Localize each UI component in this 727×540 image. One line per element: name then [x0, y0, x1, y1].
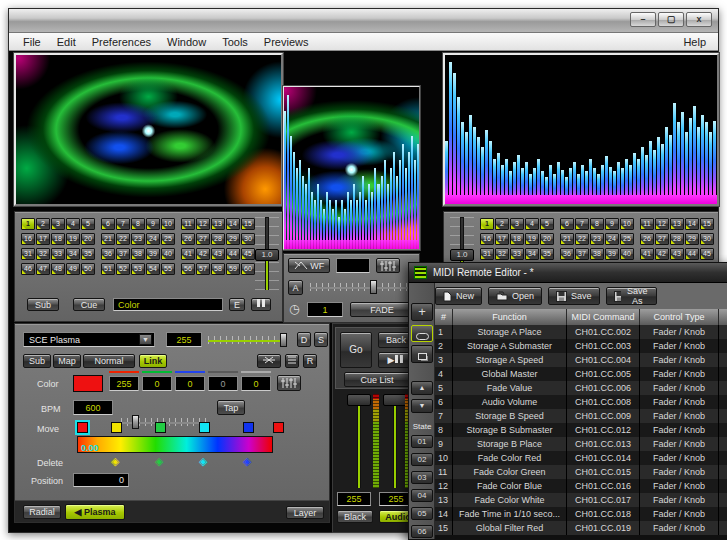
storage-button-6[interactable]: 6: [560, 218, 574, 230]
tab-radial[interactable]: Radial: [23, 505, 61, 519]
storage-button-7[interactable]: 7: [575, 218, 589, 230]
storage-button-56[interactable]: 56: [181, 263, 195, 275]
storage-button-33[interactable]: 33: [510, 248, 524, 260]
storage-button-39[interactable]: 39: [146, 248, 160, 260]
r-button[interactable]: R: [303, 354, 317, 368]
storage-button-1[interactable]: 1: [480, 218, 494, 230]
save-as-button[interactable]: Save As: [606, 287, 658, 305]
move-swatch-5[interactable]: [273, 422, 284, 433]
column-header-midicommand[interactable]: MIDI Command: [567, 309, 640, 325]
storage-button-59[interactable]: 59: [226, 263, 240, 275]
autofade-button[interactable]: A: [288, 280, 303, 295]
state-button-02[interactable]: 02: [411, 453, 433, 466]
storage-button-34[interactable]: 34: [525, 248, 539, 260]
tab-map[interactable]: Map: [53, 354, 81, 368]
move-up-button[interactable]: ▲: [411, 381, 433, 395]
storage-button-9[interactable]: 9: [146, 218, 160, 230]
tab-normal[interactable]: Normal: [83, 354, 135, 368]
storage-button-50[interactable]: 50: [81, 263, 95, 275]
storage-button-53[interactable]: 53: [131, 263, 145, 275]
gradient-stop-marker-3[interactable]: ◈: [243, 456, 251, 466]
pause-button[interactable]: [251, 298, 271, 311]
storage-button-7[interactable]: 7: [116, 218, 130, 230]
storage-button-14[interactable]: 14: [226, 218, 240, 230]
storage-button-6[interactable]: 6: [101, 218, 115, 230]
storage-button-8[interactable]: 8: [131, 218, 145, 230]
storage-button-51[interactable]: 51: [101, 263, 115, 275]
storage-button-22[interactable]: 22: [116, 233, 130, 245]
list-button[interactable]: [285, 354, 299, 368]
table-row[interactable]: 10Fade Color RedCH01.CC.014Fader / Knob: [435, 451, 727, 465]
storage-button-17[interactable]: 17: [495, 233, 509, 245]
storage-button-35[interactable]: 35: [81, 248, 95, 260]
storage-button-37[interactable]: 37: [575, 248, 589, 260]
storage-button-27[interactable]: 27: [196, 233, 210, 245]
column-header-[interactable]: #: [435, 309, 453, 325]
d-button[interactable]: D: [297, 332, 311, 347]
menu-help[interactable]: Help: [677, 36, 712, 48]
storage-button-48[interactable]: 48: [51, 263, 65, 275]
color-gradient-bar[interactable]: 0.00: [77, 436, 273, 453]
go-button[interactable]: Go: [340, 332, 372, 368]
storage-button-55[interactable]: 55: [161, 263, 175, 275]
storage-button-40[interactable]: 40: [620, 248, 634, 260]
tab-plasma-active[interactable]: ◀ Plasma: [65, 504, 125, 520]
storage-button-10[interactable]: 10: [161, 218, 175, 230]
storage-button-24[interactable]: 24: [605, 233, 619, 245]
move-swatch-0[interactable]: [77, 422, 88, 433]
storage-button-52[interactable]: 52: [116, 263, 130, 275]
storage-button-14[interactable]: 14: [685, 218, 699, 230]
storage-button-43[interactable]: 43: [211, 248, 225, 260]
color-value-field-1[interactable]: 0: [142, 376, 172, 391]
storage-button-26[interactable]: 26: [181, 233, 195, 245]
save-button[interactable]: Save: [548, 287, 600, 305]
tap-button[interactable]: Tap: [217, 400, 245, 415]
table-row[interactable]: 5Fade ValueCH01.CC.006Fader / Knob: [435, 381, 727, 395]
storage-button-34[interactable]: 34: [66, 248, 80, 260]
storage-button-11[interactable]: 11: [640, 218, 654, 230]
storage-button-13[interactable]: 13: [670, 218, 684, 230]
move-crosshair-button[interactable]: +: [411, 303, 433, 321]
storage-button-60[interactable]: 60: [241, 263, 255, 275]
move-swatch-3[interactable]: [199, 422, 210, 433]
menu-file[interactable]: File: [15, 36, 49, 48]
storage-button-18[interactable]: 18: [51, 233, 65, 245]
tab-sub[interactable]: Sub: [23, 354, 51, 368]
table-row[interactable]: 7Storage B SpeedCH01.CC.009Fader / Knob: [435, 409, 727, 423]
crossfader-slider[interactable]: [310, 280, 414, 294]
storage-button-54[interactable]: 54: [146, 263, 160, 275]
state-button-05[interactable]: 05: [411, 507, 433, 520]
move-swatch-4[interactable]: [243, 422, 254, 433]
effect-preset-dropdown[interactable]: SCE Plasma ▼: [23, 332, 155, 347]
fx-button[interactable]: [257, 354, 281, 368]
storage-button-20[interactable]: 20: [81, 233, 95, 245]
column-header-function[interactable]: Function: [453, 309, 567, 325]
storage-button-38[interactable]: 38: [131, 248, 145, 260]
storage-button-1[interactable]: 1: [21, 218, 35, 230]
move-down-button[interactable]: ▼: [411, 399, 433, 413]
new-button[interactable]: New: [435, 287, 482, 305]
storage-button-15[interactable]: 15: [700, 218, 714, 230]
gradient-stop-marker-1[interactable]: ◈: [155, 456, 163, 466]
minimize-button[interactable]: –: [630, 12, 656, 27]
storage-button-31[interactable]: 31: [21, 248, 35, 260]
storage-button-17[interactable]: 17: [36, 233, 50, 245]
storage-button-36[interactable]: 36: [101, 248, 115, 260]
fader-handle[interactable]: [383, 394, 407, 406]
storage-button-28[interactable]: 28: [211, 233, 225, 245]
fade-button[interactable]: FADE: [350, 302, 414, 317]
copy-button[interactable]: [411, 345, 433, 363]
storage-button-18[interactable]: 18: [510, 233, 524, 245]
crossfader-handle[interactable]: [370, 280, 377, 294]
table-row[interactable]: 4Global MasterCH01.CC.005Fader / Knob: [435, 367, 727, 381]
fader-bank-button[interactable]: [376, 258, 400, 273]
maximize-button[interactable]: ▢: [658, 12, 684, 27]
storage-button-19[interactable]: 19: [66, 233, 80, 245]
storage-button-30[interactable]: 30: [700, 233, 714, 245]
effect-master-field[interactable]: 255: [166, 332, 202, 347]
storage-button-5[interactable]: 5: [540, 218, 554, 230]
table-row[interactable]: 3Storage A SpeedCH01.CC.004Fader / Knob: [435, 353, 727, 367]
storage-button-9[interactable]: 9: [605, 218, 619, 230]
move-swatch-1[interactable]: [111, 422, 122, 433]
storage-description-field[interactable]: Color: [113, 298, 223, 311]
